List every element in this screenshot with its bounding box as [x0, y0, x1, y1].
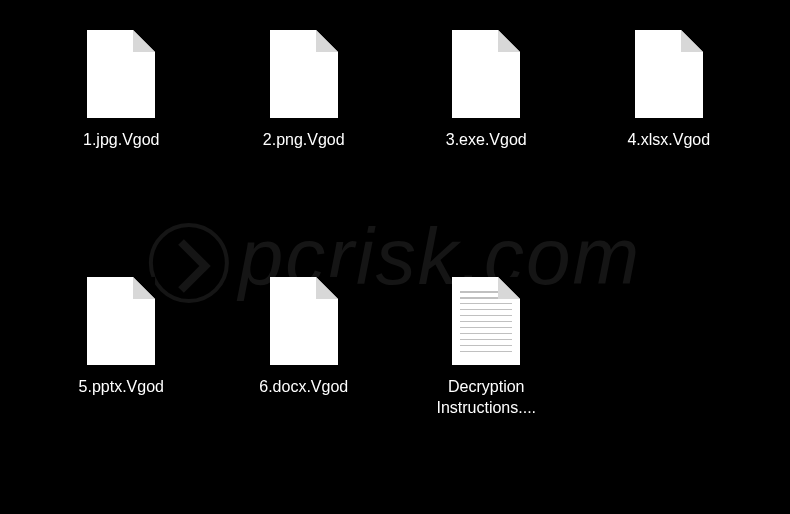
file-icon: [270, 277, 338, 365]
file-label: 1.jpg.Vgod: [83, 130, 160, 151]
file-label: 6.docx.Vgod: [259, 377, 348, 398]
file-label: 3.exe.Vgod: [446, 130, 527, 151]
file-label: 2.png.Vgod: [263, 130, 345, 151]
file-item[interactable]: 6.docx.Vgod: [223, 277, 386, 484]
desktop-area: 1.jpg.Vgod 2.png.Vgod 3.exe.Vgod 4.xlsx.…: [0, 0, 790, 514]
file-icon: [87, 30, 155, 118]
file-item[interactable]: 3.exe.Vgod: [405, 30, 568, 237]
file-icon: [452, 30, 520, 118]
file-item[interactable]: 5.pptx.Vgod: [40, 277, 203, 484]
text-file-icon: [452, 277, 520, 365]
file-item[interactable]: 1.jpg.Vgod: [40, 30, 203, 237]
file-item[interactable]: 2.png.Vgod: [223, 30, 386, 237]
file-item[interactable]: Decryption Instructions....: [405, 277, 568, 484]
file-label: 5.pptx.Vgod: [79, 377, 164, 398]
file-icon: [87, 277, 155, 365]
file-icon: [270, 30, 338, 118]
file-item[interactable]: 4.xlsx.Vgod: [588, 30, 751, 237]
file-label: Decryption Instructions....: [411, 377, 561, 419]
file-label: 4.xlsx.Vgod: [627, 130, 710, 151]
file-icon: [635, 30, 703, 118]
